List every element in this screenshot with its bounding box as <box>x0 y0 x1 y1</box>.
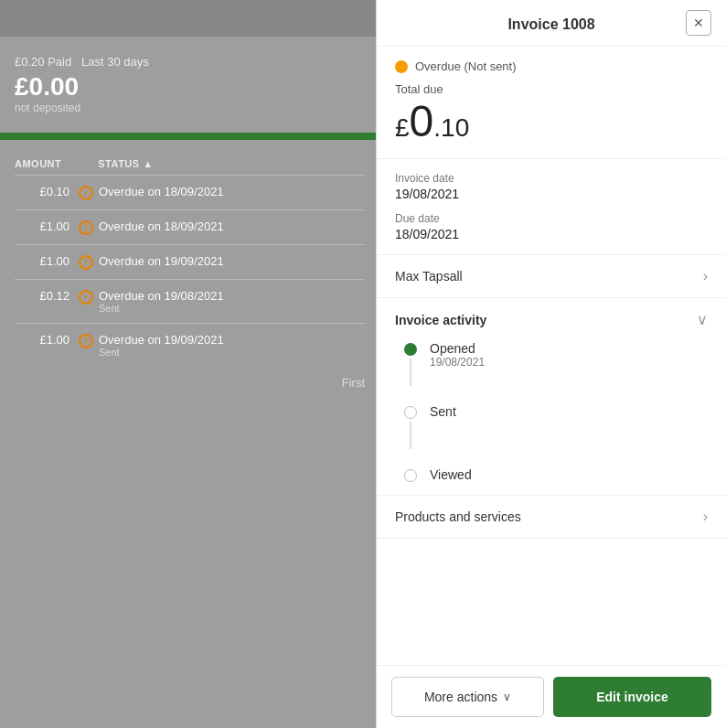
panel-title: Invoice 1008 <box>507 16 594 33</box>
list-item: Opened 19/08/2021 <box>404 341 708 404</box>
timeline-left <box>404 406 417 449</box>
panel-body[interactable]: Overdue (Not sent) Total due £ 0 .10 Inv… <box>377 47 726 665</box>
row-status-text: Overdue on 18/09/2021 <box>99 219 224 233</box>
bg-balance: £0.00 <box>15 72 365 102</box>
timeline-event-sent: Sent <box>430 404 708 419</box>
col-status: STATUS ▲ <box>98 158 153 169</box>
amount-integer: 0 <box>410 100 434 144</box>
activity-header[interactable]: Invoice activity ∨ <box>395 311 708 328</box>
row-amount: £0.12 <box>15 289 69 303</box>
amount-decimal: .10 <box>433 115 469 141</box>
list-item: Sent <box>404 404 708 467</box>
invoice-date-row: Invoice date 19/08/2021 <box>395 172 708 201</box>
row-status-col: ! Overdue on 18/09/2021 <box>79 185 365 200</box>
customer-chevron-right-icon: › <box>703 268 708 284</box>
overdue-icon: ! <box>79 220 93 235</box>
more-actions-chevron-down-icon: ∨ <box>503 691 511 703</box>
edit-invoice-button[interactable]: Edit invoice <box>553 677 711 717</box>
currency-symbol: £ <box>395 115 410 141</box>
total-due-label: Total due <box>395 82 708 96</box>
row-amount: £0.10 <box>15 185 69 198</box>
more-actions-button[interactable]: More actions ∨ <box>391 677 544 717</box>
overdue-icon: ! <box>79 334 93 348</box>
timeline-left <box>404 343 417 386</box>
due-date-row: Due date 18/09/2021 <box>395 212 708 241</box>
row-amount: £1.00 <box>15 254 69 268</box>
row-status-col: ! Overdue on 19/08/2021 Sent <box>79 289 365 314</box>
more-actions-label: More actions <box>424 690 497 704</box>
row-amount: £1.00 <box>15 219 69 233</box>
timeline-date-opened: 19/08/2021 <box>430 356 708 369</box>
row-status-text: Overdue on 19/09/2021 <box>99 254 224 268</box>
status-dot <box>395 60 408 73</box>
timeline-content: Sent <box>430 404 708 419</box>
bg-paid-label: £0.20 Paid Last 30 days <box>15 55 365 69</box>
invoice-date-label: Invoice date <box>395 172 708 185</box>
bg-green-bar <box>0 133 379 140</box>
timeline-event-viewed: Viewed <box>430 467 708 482</box>
status-row: Overdue (Not sent) <box>377 47 726 73</box>
close-button[interactable]: ✕ <box>686 10 711 36</box>
timeline-event-opened: Opened <box>430 341 708 356</box>
timeline-content: Opened 19/08/2021 <box>430 341 708 369</box>
total-section: Total due £ 0 .10 <box>377 73 726 159</box>
activity-timeline: Opened 19/08/2021 Sent <box>395 341 708 482</box>
row-status-text: Overdue on 19/08/2021 Sent <box>99 289 224 314</box>
invoice-panel: Invoice 1008 ✕ Overdue (Not sent) Total … <box>376 0 726 728</box>
table-row: £0.10 ! Overdue on 18/09/2021 <box>15 175 365 209</box>
products-chevron-right-icon: › <box>703 509 708 525</box>
dates-section: Invoice date 19/08/2021 Due date 18/09/2… <box>377 159 726 255</box>
row-status-text: Overdue on 18/09/2021 <box>99 185 224 198</box>
due-date-value: 18/09/2021 <box>395 227 708 241</box>
customer-row[interactable]: Max Tapsall › <box>377 255 726 298</box>
row-status-col: ! Overdue on 19/09/2021 Sent <box>79 333 365 358</box>
row-status-col: ! Overdue on 19/09/2021 <box>79 254 365 270</box>
total-amount: £ 0 .10 <box>395 100 708 144</box>
pagination-label: First <box>0 367 379 399</box>
bg-table: AMOUNT STATUS ▲ £0.10 ! Overdue on 18/09… <box>0 149 379 367</box>
background-panel: £0.20 Paid Last 30 days £0.00 not deposi… <box>0 0 379 728</box>
products-label: Products and services <box>395 509 521 524</box>
activity-chevron-down-icon: ∨ <box>697 311 708 328</box>
timeline-content: Viewed <box>430 467 708 482</box>
timeline-dot-empty <box>404 406 417 419</box>
row-status-col: ! Overdue on 18/09/2021 <box>79 219 365 235</box>
invoice-date-value: 19/08/2021 <box>395 187 708 201</box>
status-label: Overdue (Not sent) <box>415 59 517 73</box>
products-row[interactable]: Products and services › <box>377 496 726 539</box>
overdue-icon: ! <box>79 255 93 270</box>
table-row: £1.00 ! Overdue on 19/09/2021 <box>15 244 365 279</box>
row-status-text: Overdue on 19/09/2021 Sent <box>99 333 224 358</box>
paid-amount: £0.20 Paid <box>15 55 71 69</box>
activity-title: Invoice activity <box>395 313 486 327</box>
list-item: Viewed <box>404 467 708 482</box>
bg-summary: £0.20 Paid Last 30 days £0.00 not deposi… <box>0 37 379 123</box>
period-label: Last 30 days <box>81 55 149 69</box>
panel-header: Invoice 1008 ✕ <box>377 0 726 47</box>
panel-footer: More actions ∨ Edit invoice <box>377 665 726 728</box>
timeline-line <box>410 359 411 386</box>
customer-name: Max Tapsall <box>395 269 463 284</box>
bg-table-header: AMOUNT STATUS ▲ <box>15 149 365 175</box>
timeline-dot-filled <box>404 343 417 356</box>
activity-section: Invoice activity ∨ Opened 19/08/2021 <box>377 298 726 496</box>
row-amount: £1.00 <box>15 333 69 347</box>
due-date-label: Due date <box>395 212 708 225</box>
overdue-icon: ! <box>79 186 93 200</box>
table-row: £1.00 ! Overdue on 18/09/2021 <box>15 209 365 244</box>
table-row: £0.12 ! Overdue on 19/08/2021 Sent <box>15 279 365 323</box>
timeline-dot-empty <box>404 469 417 482</box>
overdue-icon: ! <box>79 290 93 305</box>
timeline-line <box>410 422 411 449</box>
bg-not-deposited: not deposited <box>15 102 365 114</box>
bg-top-bar <box>0 0 379 37</box>
timeline-left <box>404 469 417 482</box>
table-row: £1.00 ! Overdue on 19/09/2021 Sent <box>15 323 365 367</box>
col-amount: AMOUNT <box>15 158 61 169</box>
